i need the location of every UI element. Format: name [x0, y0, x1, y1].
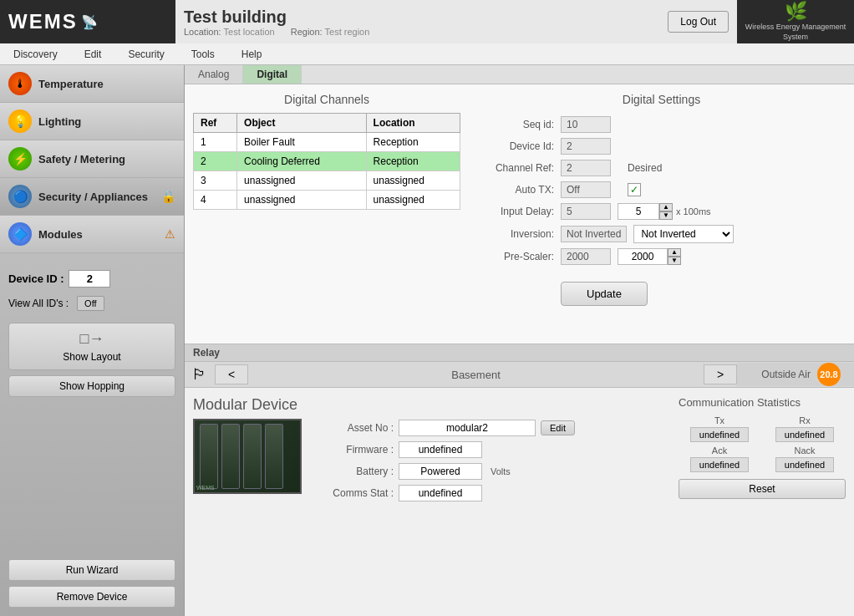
- firmware-row: Firmware : undefined: [318, 441, 662, 458]
- rx-label: Rx: [799, 415, 810, 425]
- digital-settings: Digital Settings Seq id: 10 Device Id: 2…: [477, 93, 846, 335]
- channels-table: Ref Object Location 1Boiler FaultRecepti…: [193, 113, 460, 210]
- run-wizard-button[interactable]: Run Wizard: [8, 559, 175, 581]
- digital-channels-title: Digital Channels: [193, 93, 460, 106]
- rx-value: undefined: [775, 427, 834, 442]
- battery-unit: Volts: [491, 466, 511, 476]
- pre-scaler-input[interactable]: [618, 248, 668, 265]
- tx-cell: Tx undefined: [679, 415, 760, 442]
- table-row[interactable]: 2Cooling DeferredReception: [194, 152, 460, 171]
- cell-ref-3: 4: [194, 191, 237, 210]
- nav-security[interactable]: Security: [123, 47, 169, 62]
- building-meta: Location: Test location Region: Test reg…: [184, 27, 651, 37]
- auto-tx-checkbox[interactable]: [628, 183, 641, 196]
- relay-bar: Relay: [185, 344, 854, 361]
- pre-scaler-row: Pre-Scaler: 2000 ▲ ▼: [477, 248, 846, 265]
- sidebar-item-temperature[interactable]: 🌡 Temperature: [0, 65, 184, 103]
- modular-section: Modular Device WEMS Asset No : Edit Firm…: [185, 388, 854, 515]
- input-delay-value: 5: [561, 203, 611, 220]
- comm-stats: Communication Statistics Tx undefined Rx…: [679, 396, 846, 507]
- input-delay-row: Input Delay: 5 ▲ ▼ x 100ms: [477, 203, 846, 220]
- nav-next-button[interactable]: >: [704, 364, 737, 384]
- nav-tools[interactable]: Tools: [186, 47, 220, 62]
- comm-stats-grid: Tx undefined Rx undefined Ack undefined …: [679, 415, 846, 472]
- pre-scaler-up[interactable]: ▲: [668, 248, 681, 257]
- asset-no-input[interactable]: [399, 420, 536, 436]
- asset-no-label: Asset No :: [318, 422, 394, 434]
- pre-scaler-spinner: ▲ ▼: [618, 248, 681, 265]
- tab-analog[interactable]: Analog: [185, 65, 243, 84]
- tx-label: Tx: [714, 415, 724, 425]
- auto-tx-value: Off: [561, 181, 611, 198]
- auto-tx-check-icon[interactable]: [628, 183, 641, 196]
- nav-prev-button[interactable]: <: [215, 364, 248, 384]
- comms-stat-value: undefined: [399, 485, 482, 501]
- modules-icon: 🔷: [8, 222, 32, 246]
- reset-button[interactable]: Reset: [679, 479, 846, 499]
- digital-settings-title: Digital Settings: [477, 93, 846, 106]
- show-layout-button[interactable]: □→ Show Layout: [8, 323, 175, 370]
- sidebar-item-modules[interactable]: 🔷 Modules ⚠: [0, 216, 184, 253]
- battery-value: Powered: [399, 463, 482, 480]
- cell-object-2: unassigned: [237, 171, 366, 191]
- show-hopping-button[interactable]: Show Hopping: [8, 375, 175, 397]
- tabs: Analog Digital: [185, 65, 854, 84]
- log-out-button[interactable]: Log Out: [668, 11, 729, 33]
- input-delay-down[interactable]: ▼: [659, 211, 673, 220]
- pre-scaler-down[interactable]: ▼: [668, 257, 681, 265]
- nav-bar: Discovery Edit Security Tools Help: [0, 43, 854, 65]
- desired-label: Desired: [628, 162, 662, 174]
- modular-title: Modular Device: [193, 396, 302, 414]
- nav-help[interactable]: Help: [236, 47, 267, 62]
- input-delay-input[interactable]: [618, 203, 659, 220]
- seq-id-row: Seq id: 10: [477, 116, 846, 133]
- nav-edit[interactable]: Edit: [79, 47, 107, 62]
- inversion-row: Inversion: Not Inverted Not Inverted Inv…: [477, 225, 846, 243]
- battery-row: Battery : Powered Volts: [318, 463, 662, 480]
- table-row[interactable]: 3unassignedunassigned: [194, 171, 460, 191]
- sidebar-item-lighting[interactable]: 💡 Lighting: [0, 103, 184, 140]
- cell-object-0: Boiler Fault: [237, 133, 366, 152]
- sidebar-item-safety[interactable]: ⚡ Safety / Metering: [0, 140, 184, 178]
- sidebar-label-temperature: Temperature: [38, 78, 175, 90]
- sidebar-item-security[interactable]: 🔵 Security / Appliances 🔒: [0, 178, 184, 216]
- main: 🌡 Temperature 💡 Lighting ⚡ Safety / Mete…: [0, 65, 854, 616]
- sidebar-label-safety: Safety / Metering: [38, 153, 175, 165]
- channel-ref-value: 2: [561, 160, 611, 176]
- outside-air-badge: 20.8: [817, 363, 841, 386]
- safety-icon: ⚡: [8, 147, 32, 171]
- inversion-select-wrapper: Not Inverted Inverted: [633, 225, 734, 243]
- temperature-icon: 🌡: [8, 72, 32, 95]
- cell-object-3: unassigned: [237, 191, 366, 210]
- upper-panel: Digital Channels Ref Object Location 1Bo…: [185, 84, 854, 344]
- table-row[interactable]: 4unassignedunassigned: [194, 191, 460, 210]
- view-all-label: View All ID's :: [8, 298, 69, 309]
- sidebar-label-modules: Modules: [38, 228, 165, 241]
- modular-image-area: Modular Device WEMS: [193, 396, 302, 507]
- inversion-select[interactable]: Not Inverted Inverted: [633, 225, 734, 243]
- remove-device-button[interactable]: Remove Device: [8, 586, 175, 608]
- asset-no-row: Asset No : Edit: [318, 420, 662, 436]
- nack-label: Nack: [794, 445, 815, 456]
- view-all-toggle[interactable]: Off: [77, 296, 104, 311]
- tab-digital[interactable]: Digital: [243, 65, 302, 84]
- module-strip-1: [200, 424, 218, 489]
- inversion-value: Not Inverted: [561, 226, 627, 242]
- input-delay-up[interactable]: ▲: [659, 203, 673, 211]
- device-id-input[interactable]: [69, 270, 110, 288]
- device-id-label: Device ID :: [8, 272, 64, 285]
- update-button[interactable]: Update: [561, 282, 648, 306]
- pre-scaler-label: Pre-Scaler:: [477, 251, 561, 262]
- auto-tx-row: Auto TX: Off: [477, 181, 846, 198]
- asset-edit-button[interactable]: Edit: [541, 420, 575, 435]
- device-id-row-settings: Device Id: 2: [477, 138, 846, 155]
- nav-discovery[interactable]: Discovery: [8, 47, 63, 62]
- channels-tbody: 1Boiler FaultReception2Cooling DeferredR…: [194, 133, 460, 210]
- lock-icon: 🔒: [161, 190, 175, 203]
- device-id-row: Device ID :: [8, 270, 175, 288]
- input-delay-spinner-control: ▲ ▼: [618, 203, 673, 220]
- channel-ref-row: Channel Ref: 2 Desired: [477, 160, 846, 176]
- sidebar-bottom: Device ID : View All ID's : Off □→ Show …: [0, 262, 184, 405]
- digital-channels: Digital Channels Ref Object Location 1Bo…: [193, 93, 460, 335]
- table-row[interactable]: 1Boiler FaultReception: [194, 133, 460, 152]
